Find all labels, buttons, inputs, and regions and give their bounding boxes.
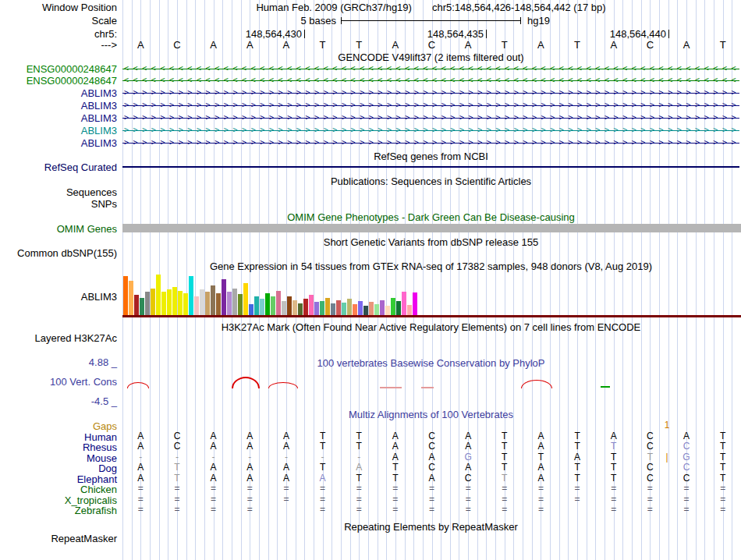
- multiz-track-title[interactable]: Multiz Alignments of 100 Vertebrates: [122, 409, 739, 420]
- gene-model[interactable]: >>>>>>>>>>>>>>>>>>>>>>>>>>>>>>>>>>>>>>>>…: [122, 137, 739, 148]
- repeatmasker-track-title[interactable]: Repeating Elements by RepeatMasker: [122, 521, 739, 533]
- phylop-track-label[interactable]: 100 Vert. Cons: [0, 376, 117, 388]
- gtex-expression-bar[interactable]: [265, 293, 270, 315]
- gtex-expression-bar[interactable]: [216, 293, 221, 315]
- gtex-expression-bar[interactable]: [227, 292, 232, 315]
- gtex-track-title[interactable]: Gene Expression in 54 tissues from GTEx …: [122, 261, 739, 272]
- gtex-expression-bar[interactable]: [167, 289, 172, 315]
- gene-label[interactable]: ENSG00000248647: [0, 75, 117, 87]
- alignment-base: =: [502, 505, 507, 515]
- gtex-expression-bar[interactable]: [396, 301, 401, 315]
- gtex-expression-bar[interactable]: [156, 275, 161, 315]
- gtex-expression-bar[interactable]: [413, 292, 417, 315]
- alignment-base: T: [720, 463, 725, 473]
- gtex-expression-bar[interactable]: [194, 296, 199, 315]
- gtex-expression-bar[interactable]: [161, 292, 166, 315]
- gtex-expression-bar[interactable]: [238, 294, 243, 315]
- sequence-base: T: [720, 39, 726, 51]
- h3k27ac-track-title[interactable]: H3K27Ac Mark (Often Found Near Active Re…: [122, 321, 739, 333]
- omim-genes-label[interactable]: OMIM Genes: [0, 223, 117, 235]
- gene-model[interactable]: <<<<<<<<<<<<<<<<<<<<<<<<<<<<<<<<<<<<<<<<…: [122, 63, 739, 74]
- phylop-track-title[interactable]: 100 vertebrates Basewise Conservation by…: [122, 357, 739, 369]
- gene-label[interactable]: ABLIM3: [0, 112, 117, 124]
- gtex-expression-bar[interactable]: [211, 285, 215, 315]
- gene-label[interactable]: ABLIM3: [0, 100, 117, 112]
- gtex-expression-bar[interactable]: [331, 303, 335, 315]
- multiz-species-label[interactable]: Dog: [0, 463, 117, 474]
- gene-model[interactable]: >>>>>>>>>>>>>>>>>>>>>>>>>>>>>>>>>>>>>>>>…: [122, 87, 739, 98]
- gtex-expression-bar[interactable]: [298, 303, 303, 315]
- multiz-species-label[interactable]: Rhesus: [0, 441, 117, 453]
- omim-track-title[interactable]: OMIM Gene Phenotypes - Dark Green Can Be…: [122, 211, 739, 223]
- gtex-expression-bar[interactable]: [205, 292, 210, 315]
- gtex-expression-bar[interactable]: [129, 281, 133, 315]
- gtex-expression-bar[interactable]: [342, 303, 346, 315]
- gencode-track-title[interactable]: GENCODE V49lift37 (2 items filtered out): [122, 51, 739, 63]
- gtex-expression-bar[interactable]: [249, 304, 254, 315]
- gtex-expression-bar[interactable]: [243, 283, 248, 315]
- dbsnp-track-title[interactable]: Short Genetic Variants from dbSNP releas…: [122, 236, 739, 248]
- gtex-expression-bar[interactable]: [309, 295, 314, 315]
- snps-label[interactable]: SNPs: [0, 198, 117, 210]
- gtex-expression-bar[interactable]: [151, 289, 155, 315]
- omim-track-bar[interactable]: [122, 224, 741, 232]
- gtex-gene-label[interactable]: ABLIM3: [0, 291, 117, 303]
- gtex-expression-bar[interactable]: [320, 301, 324, 315]
- refseq-curated-label[interactable]: RefSeq Curated: [0, 161, 117, 173]
- gtex-expression-bar[interactable]: [292, 300, 297, 315]
- gene-model[interactable]: <<<<<<<<<<<<<<<<<<<<<<<<<<<<<<<<<<<<<<<<…: [122, 75, 739, 86]
- gtex-expression-bar[interactable]: [232, 289, 237, 315]
- gtex-expression-bar[interactable]: [325, 298, 330, 315]
- gtex-expression-bar[interactable]: [369, 302, 374, 315]
- gtex-expression-bar[interactable]: [303, 299, 308, 315]
- strand-direction-label[interactable]: --->: [0, 39, 117, 51]
- gtex-expression-bar[interactable]: [145, 292, 150, 315]
- refseq-curated-line[interactable]: [122, 166, 739, 168]
- gtex-expression-bar[interactable]: [140, 298, 144, 315]
- gtex-expression-bar[interactable]: [407, 305, 412, 315]
- gene-label[interactable]: ENSG00000248647: [0, 63, 117, 75]
- gtex-expression-bar[interactable]: [363, 306, 368, 315]
- publications-track-title[interactable]: Publications: Sequences in Scientific Ar…: [122, 175, 739, 187]
- gene-label[interactable]: ABLIM3: [0, 125, 117, 136]
- multiz-species-label[interactable]: Gaps: [0, 420, 117, 432]
- gtex-expression-bar[interactable]: [134, 295, 139, 315]
- gene-label[interactable]: ABLIM3: [0, 87, 117, 99]
- gtex-expression-bar[interactable]: [178, 291, 183, 315]
- gtex-expression-bar[interactable]: [200, 289, 204, 315]
- gene-model[interactable]: >>>>>>>>>>>>>>>>>>>>>>>>>>>>>>>>>>>>>>>>…: [122, 100, 739, 111]
- gtex-expression-bar[interactable]: [391, 298, 395, 315]
- dbsnp-label[interactable]: Common dbSNP(155): [0, 247, 117, 259]
- gtex-expression-bar[interactable]: [402, 292, 406, 315]
- gtex-expression-bar[interactable]: [336, 300, 341, 315]
- gtex-expression-bar[interactable]: [260, 299, 264, 315]
- gtex-expression-bar[interactable]: [271, 296, 275, 315]
- refseq-track-title[interactable]: RefSeq genes from NCBI: [122, 151, 739, 162]
- gtex-expression-bar[interactable]: [287, 296, 292, 315]
- multiz-species-label[interactable]: Zebrafish: [0, 505, 117, 516]
- gtex-expression-bar[interactable]: [347, 299, 352, 315]
- gtex-expression-bar[interactable]: [380, 300, 385, 315]
- gtex-expression-bar[interactable]: [276, 291, 281, 315]
- gtex-expression-bar[interactable]: [353, 304, 357, 315]
- multiz-species-label[interactable]: Chicken: [0, 484, 117, 495]
- gene-model[interactable]: >>>>>>>>>>>>>>>>>>>>>>>>>>>>>>>>>>>>>>>>…: [122, 112, 739, 123]
- gtex-expression-bar[interactable]: [183, 293, 188, 315]
- h3k27ac-label[interactable]: Layered H3K27Ac: [0, 332, 117, 344]
- gtex-expression-bar[interactable]: [314, 302, 319, 315]
- gtex-expression-bar[interactable]: [189, 276, 193, 315]
- phylop-max-label: 4.88 _: [0, 356, 117, 368]
- gtex-expression-bar[interactable]: [374, 304, 379, 315]
- gtex-expression-bar[interactable]: [358, 301, 363, 315]
- gtex-expression-bar[interactable]: [282, 301, 286, 315]
- gene-label[interactable]: ABLIM3: [0, 137, 117, 149]
- gtex-expression-bar[interactable]: [254, 296, 259, 315]
- sequences-label[interactable]: Sequences: [0, 186, 117, 198]
- ruler-coordinate: 148,564,440: [593, 28, 666, 40]
- gene-model[interactable]: >>>>>>>>>>>>>>>>>>>>>>>>>>>>>>>>>>>>>>>>…: [122, 125, 739, 136]
- repeatmasker-label[interactable]: RepeatMasker: [0, 533, 117, 544]
- gtex-expression-bar[interactable]: [123, 276, 128, 315]
- gtex-expression-bar[interactable]: [172, 287, 177, 315]
- gtex-expression-bar[interactable]: [222, 279, 226, 315]
- gtex-expression-bar[interactable]: [385, 306, 390, 315]
